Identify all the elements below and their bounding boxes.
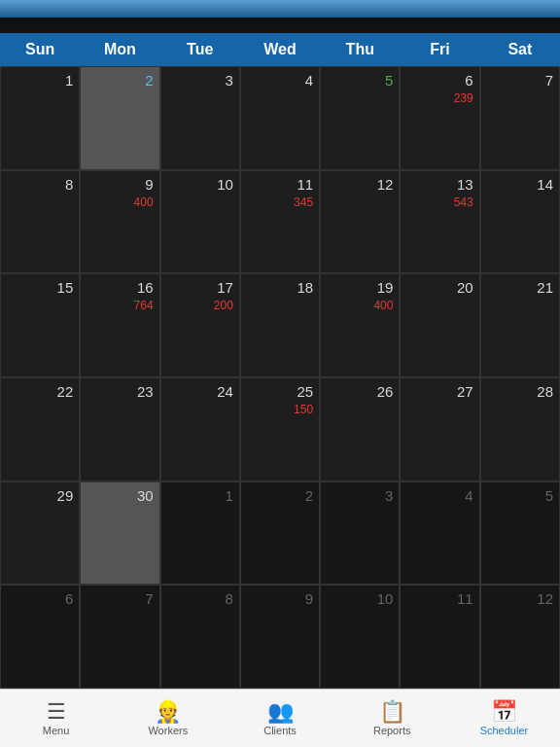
cal-cell[interactable]: 3 — [320, 481, 400, 586]
cell-amount: 200 — [214, 299, 233, 312]
day-number: 9 — [305, 590, 313, 608]
day-number: 25 — [297, 383, 313, 401]
day-number: 11 — [297, 176, 313, 194]
day-number: 7 — [545, 72, 553, 89]
cal-cell[interactable]: 15 — [0, 273, 80, 377]
day-number: 29 — [57, 487, 74, 505]
cal-cell[interactable]: 9 — [240, 585, 320, 689]
day-number: 14 — [537, 176, 553, 194]
workers-icon: 👷 — [155, 701, 181, 723]
tab-clients[interactable]: 👥Clients — [224, 690, 335, 747]
cal-cell[interactable]: 14 — [480, 170, 560, 274]
cal-cell[interactable]: 1 — [160, 481, 240, 586]
day-number: 8 — [226, 590, 233, 608]
day-number: 10 — [377, 590, 394, 608]
day-number: 8 — [65, 176, 73, 194]
cal-cell[interactable]: 9400 — [80, 170, 159, 274]
cal-cell[interactable]: 24 — [160, 377, 240, 481]
day-number: 26 — [377, 383, 394, 401]
tab-workers[interactable]: 👷Workers — [112, 690, 224, 747]
clients-icon: 👥 — [267, 701, 294, 723]
cell-amount: 764 — [134, 299, 154, 312]
cell-amount: 239 — [454, 91, 473, 105]
day-number: 13 — [457, 176, 473, 194]
day-number: 16 — [137, 279, 154, 297]
cal-cell[interactable]: 16764 — [80, 273, 159, 377]
next-button[interactable] — [513, 21, 529, 29]
cal-cell[interactable]: 11 — [400, 585, 479, 689]
tab-label-workers: Workers — [148, 725, 188, 736]
cal-cell[interactable]: 2 — [80, 66, 159, 170]
day-number: 15 — [57, 279, 74, 297]
day-header-mon: Mon — [80, 33, 159, 66]
cal-cell[interactable]: 10 — [320, 585, 400, 689]
day-number: 11 — [457, 590, 473, 608]
day-number: 12 — [377, 176, 394, 194]
cal-cell[interactable]: 6239 — [400, 66, 479, 170]
reports-icon: 📋 — [379, 701, 405, 723]
cal-cell[interactable]: 12 — [320, 170, 400, 274]
tab-label-clients: Clients — [263, 725, 297, 736]
cal-cell[interactable]: 5 — [480, 481, 560, 586]
day-header-sat: Sat — [480, 33, 560, 66]
day-number: 3 — [385, 487, 393, 505]
cal-cell[interactable]: 18 — [240, 273, 320, 377]
day-header-wed: Wed — [240, 33, 320, 66]
day-number: 4 — [305, 72, 313, 89]
day-number: 12 — [537, 590, 553, 608]
cal-cell[interactable]: 30 — [80, 481, 159, 586]
cal-cell[interactable]: 8 — [0, 170, 80, 274]
day-number: 27 — [457, 383, 473, 401]
cal-cell[interactable]: 5 — [320, 66, 400, 170]
day-number: 21 — [537, 279, 553, 297]
cal-cell[interactable]: 21 — [480, 273, 560, 377]
cal-cell[interactable]: 4 — [240, 66, 320, 170]
cal-cell[interactable]: 13543 — [400, 170, 479, 274]
cal-cell[interactable]: 11345 — [240, 170, 320, 274]
tab-menu[interactable]: ☰Menu — [0, 690, 112, 747]
day-headers: SunMonTueWedThuFriSat — [0, 33, 560, 66]
tab-bar: ☰Menu👷Workers👥Clients📋Reports📅Scheduler — [0, 689, 560, 747]
next-next-button[interactable] — [529, 21, 544, 29]
day-number: 18 — [297, 279, 313, 297]
day-number: 4 — [465, 487, 472, 505]
cal-cell[interactable]: 1 — [0, 66, 80, 170]
scheduler-icon: 📅 — [491, 701, 517, 723]
day-header-tue: Tue — [160, 33, 240, 66]
cal-cell[interactable]: 2 — [240, 481, 320, 586]
cal-cell[interactable]: 26 — [320, 377, 400, 481]
cal-cell[interactable]: 22 — [0, 377, 80, 481]
day-number: 9 — [145, 176, 153, 194]
cal-cell[interactable]: 10 — [160, 170, 240, 274]
prev-button[interactable] — [31, 21, 47, 29]
tab-scheduler[interactable]: 📅Scheduler — [448, 690, 560, 747]
prev-prev-button[interactable] — [16, 21, 31, 29]
cal-cell[interactable]: 7 — [80, 585, 159, 689]
tab-reports[interactable]: 📋Reports — [336, 690, 448, 747]
cal-cell[interactable]: 27 — [400, 377, 479, 481]
day-number: 6 — [465, 72, 472, 89]
cal-cell[interactable]: 28 — [480, 377, 560, 481]
cell-amount: 150 — [294, 403, 313, 416]
cell-amount: 543 — [454, 196, 473, 209]
day-number: 22 — [57, 383, 74, 401]
cal-cell[interactable]: 20 — [400, 273, 479, 377]
cal-cell[interactable]: 4 — [400, 481, 479, 586]
cal-cell[interactable]: 7 — [480, 66, 560, 170]
cal-cell[interactable]: 23 — [80, 377, 159, 481]
day-number: 5 — [545, 487, 553, 505]
cal-cell[interactable]: 12 — [480, 585, 560, 689]
app-header — [0, 0, 560, 18]
tab-label-scheduler: Scheduler — [480, 725, 529, 736]
cal-cell[interactable]: 3 — [160, 66, 240, 170]
day-number: 24 — [217, 383, 233, 401]
cal-cell[interactable]: 19400 — [320, 273, 400, 377]
day-number: 17 — [217, 279, 233, 297]
cal-cell[interactable]: 17200 — [160, 273, 240, 377]
cal-cell[interactable]: 29 — [0, 481, 80, 586]
cal-cell[interactable]: 25150 — [240, 377, 320, 481]
cal-cell[interactable]: 8 — [160, 585, 240, 689]
day-number: 10 — [217, 176, 233, 194]
day-number: 1 — [226, 487, 233, 505]
cal-cell[interactable]: 6 — [0, 585, 80, 689]
